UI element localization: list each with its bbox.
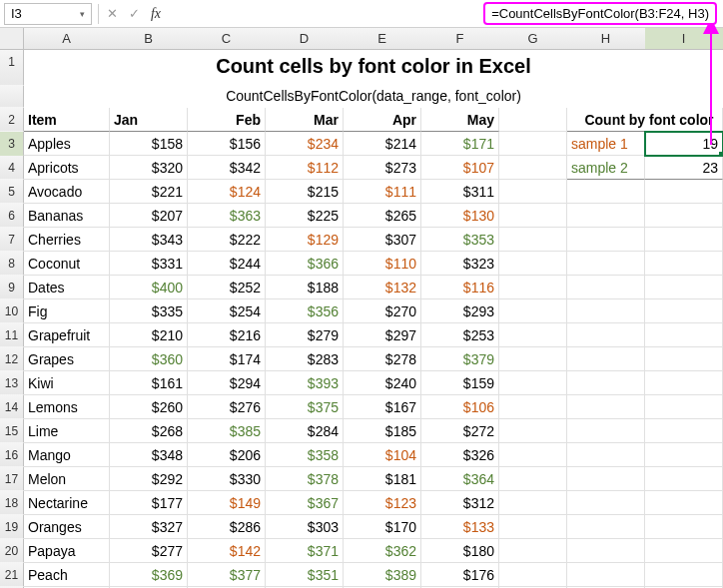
cell-value[interactable]: $265: [344, 204, 421, 228]
cell-value[interactable]: $133: [421, 515, 499, 539]
cell-sample-label[interactable]: [567, 180, 645, 204]
col-header[interactable]: B: [110, 28, 188, 49]
cell-value[interactable]: $129: [266, 228, 344, 252]
cell-value[interactable]: $342: [188, 156, 266, 180]
header-feb[interactable]: Feb: [188, 108, 266, 132]
cell-value[interactable]: $363: [188, 204, 266, 228]
cell-value[interactable]: $284: [266, 419, 344, 443]
cell-value[interactable]: $149: [188, 491, 266, 515]
col-header[interactable]: H: [567, 28, 645, 49]
cell-blank[interactable]: [499, 276, 567, 299]
cell-sample-label[interactable]: sample 2: [567, 156, 645, 180]
col-header[interactable]: I: [645, 28, 723, 49]
cell-value[interactable]: $273: [344, 156, 421, 180]
cell-item[interactable]: Bananas: [24, 204, 110, 228]
cell-item[interactable]: Nectarine: [24, 491, 110, 515]
cell-value[interactable]: $276: [188, 395, 266, 419]
cell-value[interactable]: $279: [266, 323, 344, 347]
row-header[interactable]: 13: [0, 371, 24, 395]
cell-value[interactable]: $167: [344, 395, 421, 419]
cell-value[interactable]: $222: [188, 228, 266, 252]
cell-sample-value[interactable]: 19: [645, 132, 723, 156]
cell-item[interactable]: Fig: [24, 299, 110, 323]
cell-blank[interactable]: [499, 252, 567, 276]
cell-value[interactable]: $221: [110, 180, 188, 204]
cell-value[interactable]: $107: [421, 156, 499, 180]
cell-value[interactable]: $327: [110, 515, 188, 539]
cell-sample-value[interactable]: [645, 419, 723, 443]
cell-value[interactable]: $378: [266, 467, 344, 491]
row-header[interactable]: 15: [0, 419, 24, 443]
cell-sample-value[interactable]: [645, 204, 723, 228]
cell-blank[interactable]: [499, 491, 567, 515]
select-all-corner[interactable]: [0, 28, 24, 49]
cell-value[interactable]: $375: [266, 395, 344, 419]
confirm-button[interactable]: ✓: [123, 3, 145, 25]
col-header[interactable]: G: [499, 28, 567, 49]
row-header[interactable]: 18: [0, 491, 24, 515]
cell-value[interactable]: $272: [421, 419, 499, 443]
cell-blank[interactable]: [499, 515, 567, 539]
cell-value[interactable]: $188: [266, 276, 344, 299]
cell-sample-value[interactable]: [645, 347, 723, 371]
cell-blank[interactable]: [499, 323, 567, 347]
cell-value[interactable]: $254: [188, 299, 266, 323]
cell-value[interactable]: $185: [344, 419, 421, 443]
cell-item[interactable]: Papaya: [24, 539, 110, 563]
cell-sample-value[interactable]: [645, 228, 723, 252]
cell-item[interactable]: Kiwi: [24, 371, 110, 395]
cell-value[interactable]: $393: [266, 371, 344, 395]
cell-sample-value[interactable]: [645, 491, 723, 515]
side-header-2[interactable]: Count by font color: [645, 108, 723, 132]
cell-value[interactable]: $180: [421, 539, 499, 563]
row-header[interactable]: 8: [0, 252, 24, 276]
header-mar[interactable]: Mar: [266, 108, 344, 132]
cell-item[interactable]: Dates: [24, 276, 110, 299]
cell-sample-value[interactable]: [645, 515, 723, 539]
cell-sample-label[interactable]: [567, 347, 645, 371]
cell-value[interactable]: $159: [421, 371, 499, 395]
cell-value[interactable]: $307: [344, 228, 421, 252]
cell-blank[interactable]: [499, 467, 567, 491]
row-header[interactable]: 3: [0, 132, 24, 156]
cell-sample-label[interactable]: [567, 299, 645, 323]
cell-item[interactable]: Apples: [24, 132, 110, 156]
cell-item[interactable]: Grapes: [24, 347, 110, 371]
cell-value[interactable]: $358: [266, 443, 344, 467]
cell-value[interactable]: $369: [110, 563, 188, 587]
cell-value[interactable]: $253: [421, 323, 499, 347]
cell-sample-value[interactable]: [645, 371, 723, 395]
cell-value[interactable]: $174: [188, 347, 266, 371]
cell-sample-label[interactable]: [567, 515, 645, 539]
cell-value[interactable]: $330: [188, 467, 266, 491]
cell-item[interactable]: Apricots: [24, 156, 110, 180]
row-header[interactable]: 5: [0, 180, 24, 204]
cell-blank[interactable]: [499, 180, 567, 204]
cell-value[interactable]: $297: [344, 323, 421, 347]
cell-sample-value[interactable]: [645, 467, 723, 491]
cell-value[interactable]: $130: [421, 204, 499, 228]
row-header[interactable]: 1: [0, 50, 24, 86]
cell-value[interactable]: $331: [110, 252, 188, 276]
cell-value[interactable]: $111: [344, 180, 421, 204]
cell-value[interactable]: $132: [344, 276, 421, 299]
cell-blank[interactable]: [499, 299, 567, 323]
cell-sample-label[interactable]: [567, 323, 645, 347]
cell-sample-label[interactable]: [567, 228, 645, 252]
cell-value[interactable]: $286: [188, 515, 266, 539]
header-may[interactable]: May: [421, 108, 499, 132]
cell-item[interactable]: Lime: [24, 419, 110, 443]
cell-value[interactable]: $292: [110, 467, 188, 491]
cell-value[interactable]: $278: [344, 347, 421, 371]
row-header[interactable]: 6: [0, 204, 24, 228]
row-header[interactable]: 12: [0, 347, 24, 371]
cell-item[interactable]: Lemons: [24, 395, 110, 419]
cell-value[interactable]: $343: [110, 228, 188, 252]
cell-value[interactable]: $385: [188, 419, 266, 443]
cell-value[interactable]: $366: [266, 252, 344, 276]
row-header[interactable]: 20: [0, 539, 24, 563]
cell-value[interactable]: $142: [188, 539, 266, 563]
row-header[interactable]: 2: [0, 108, 24, 132]
cell-value[interactable]: $207: [110, 204, 188, 228]
cell-item[interactable]: Peach: [24, 563, 110, 587]
